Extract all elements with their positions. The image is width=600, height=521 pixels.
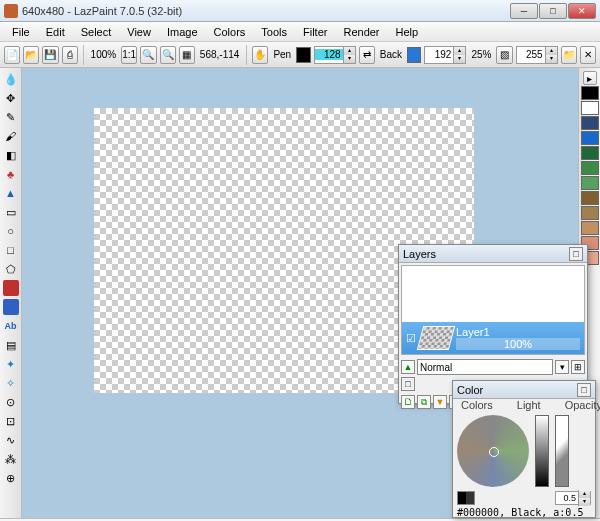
toolbar: 📄 📂 💾 ⎙ 100% 1:1 🔍 🔍 ▦ 568,-114 ✋ Pen ▴▾… — [0, 42, 600, 68]
color-panel[interactable]: Color □ Colors Light Opacity ▴▾ #000000,… — [452, 380, 596, 518]
blend-mode-select[interactable] — [417, 359, 553, 375]
zoom-1to1-button[interactable]: 1:1 — [121, 46, 137, 64]
menu-colors[interactable]: Colors — [206, 24, 254, 40]
palette-color[interactable] — [581, 101, 599, 115]
close-button[interactable]: ✕ — [568, 3, 596, 19]
menu-view[interactable]: View — [119, 24, 159, 40]
minimize-button[interactable]: ─ — [510, 3, 538, 19]
alpha-icon[interactable]: ▨ — [496, 46, 512, 64]
back-color-swatch[interactable] — [407, 47, 421, 63]
back-size-up[interactable]: ▴ — [453, 47, 465, 55]
deform-tool[interactable]: ✦ — [3, 356, 19, 372]
print-button[interactable]: ⎙ — [62, 46, 78, 64]
dup-layer-button[interactable]: ⧉ — [417, 395, 431, 409]
alpha-up[interactable]: ▴ — [545, 47, 557, 55]
zoom-in-button[interactable]: 🔍 — [140, 46, 156, 64]
palette-color[interactable] — [581, 191, 599, 205]
save-button[interactable]: 💾 — [42, 46, 58, 64]
color-info: #000000, Black, a:0.5 — [453, 505, 595, 520]
spray-tool[interactable]: ⁂ — [3, 451, 19, 467]
menu-image[interactable]: Image — [159, 24, 206, 40]
palette-color[interactable] — [581, 116, 599, 130]
magic-wand-tool[interactable]: ✧ — [3, 375, 19, 391]
color-close-button[interactable]: □ — [577, 383, 591, 397]
folder-button[interactable]: 📁 — [561, 46, 577, 64]
pen-color-swatch[interactable] — [296, 47, 310, 63]
coords-value: 568,-114 — [198, 49, 241, 60]
menu-edit[interactable]: Edit — [38, 24, 73, 40]
palette-color[interactable] — [581, 206, 599, 220]
crop-tool[interactable]: ⊡ — [3, 413, 19, 429]
palette-color[interactable] — [581, 176, 599, 190]
misc-tool[interactable]: ⊕ — [3, 470, 19, 486]
swap-colors-button[interactable]: ⇄ — [359, 46, 375, 64]
layer-item[interactable]: ☑ Layer1 100% — [402, 322, 584, 354]
menu-filter[interactable]: Filter — [295, 24, 335, 40]
menu-select[interactable]: Select — [73, 24, 120, 40]
menu-render[interactable]: Render — [335, 24, 387, 40]
back-size-spinner[interactable]: ▴▾ — [424, 46, 466, 64]
grid-button[interactable]: ▦ — [179, 46, 195, 64]
new-button[interactable]: 📄 — [4, 46, 20, 64]
merge-down-button[interactable]: ▼ — [433, 395, 447, 409]
back-size-down[interactable]: ▾ — [453, 55, 465, 63]
menu-help[interactable]: Help — [388, 24, 427, 40]
new-layer-button[interactable]: 🗋 — [401, 395, 415, 409]
open-button[interactable]: 📂 — [23, 46, 39, 64]
move-tool[interactable]: ✥ — [3, 90, 19, 106]
color2-tool[interactable] — [3, 299, 19, 315]
color-alpha-down[interactable]: ▾ — [578, 498, 590, 506]
color-alpha-input[interactable] — [556, 493, 578, 503]
color-compare-swatch[interactable] — [457, 491, 475, 505]
pen-tool[interactable]: ✎ — [3, 109, 19, 125]
pen-size-spinner[interactable]: ▴▾ — [314, 46, 356, 64]
opacity-slider[interactable] — [555, 415, 569, 487]
lightness-slider[interactable] — [535, 415, 549, 487]
color-alpha-up[interactable]: ▴ — [578, 490, 590, 498]
layer-opts-button[interactable]: □ — [401, 377, 415, 391]
palette-color[interactable] — [581, 131, 599, 145]
maximize-button[interactable]: □ — [539, 3, 567, 19]
palette-menu-button[interactable]: ▸ — [583, 71, 597, 85]
alpha-input[interactable] — [517, 49, 545, 60]
layer-opacity: 100% — [456, 338, 580, 350]
lasso-tool[interactable]: ⊙ — [3, 394, 19, 410]
color-alpha-spinner[interactable]: ▴▾ — [555, 491, 591, 505]
layer-visible-icon[interactable]: ☑ — [406, 332, 416, 345]
menu-file[interactable]: File — [4, 24, 38, 40]
palette-color[interactable] — [581, 86, 599, 100]
zoom-out-button[interactable]: 🔍 — [160, 46, 176, 64]
fill-tool[interactable]: ♣ — [3, 166, 19, 182]
back-label: Back — [378, 49, 404, 60]
ellipse-tool[interactable]: ○ — [3, 223, 19, 239]
pen-size-down[interactable]: ▾ — [343, 55, 355, 63]
pen-size-input[interactable] — [315, 49, 343, 60]
layers-list[interactable]: ☑ Layer1 100% — [401, 265, 585, 355]
layer-menu-button[interactable]: ⊞ — [571, 360, 585, 374]
layers-close-button[interactable]: □ — [569, 247, 583, 261]
palette-color[interactable] — [581, 161, 599, 175]
alpha-down[interactable]: ▾ — [545, 55, 557, 63]
back-size-input[interactable] — [425, 49, 453, 60]
polygon-tool[interactable]: ⬠ — [3, 261, 19, 277]
curve-tool[interactable]: ∿ — [3, 432, 19, 448]
hand-button[interactable]: ✋ — [252, 46, 268, 64]
pen-size-up[interactable]: ▴ — [343, 47, 355, 55]
blend-dropdown-button[interactable]: ▾ — [555, 360, 569, 374]
text-tool[interactable]: Ab — [3, 318, 19, 334]
close-file-button[interactable]: ✕ — [580, 46, 596, 64]
alpha-spinner[interactable]: ▴▾ — [516, 46, 558, 64]
color-wheel[interactable] — [457, 415, 529, 487]
colorpicker-tool[interactable]: 💧 — [3, 71, 19, 87]
eraser-tool[interactable]: ◧ — [3, 147, 19, 163]
rect-tool[interactable]: □ — [3, 242, 19, 258]
clone-tool[interactable]: ▲ — [3, 185, 19, 201]
rect-select-tool[interactable]: ▭ — [3, 204, 19, 220]
color1-tool[interactable] — [3, 280, 19, 296]
brush-tool[interactable]: 🖌 — [3, 128, 19, 144]
menu-tools[interactable]: Tools — [253, 24, 295, 40]
layer-fx-button[interactable]: ▲ — [401, 360, 415, 374]
gradient-tool[interactable]: ▤ — [3, 337, 19, 353]
palette-color[interactable] — [581, 221, 599, 235]
palette-color[interactable] — [581, 146, 599, 160]
